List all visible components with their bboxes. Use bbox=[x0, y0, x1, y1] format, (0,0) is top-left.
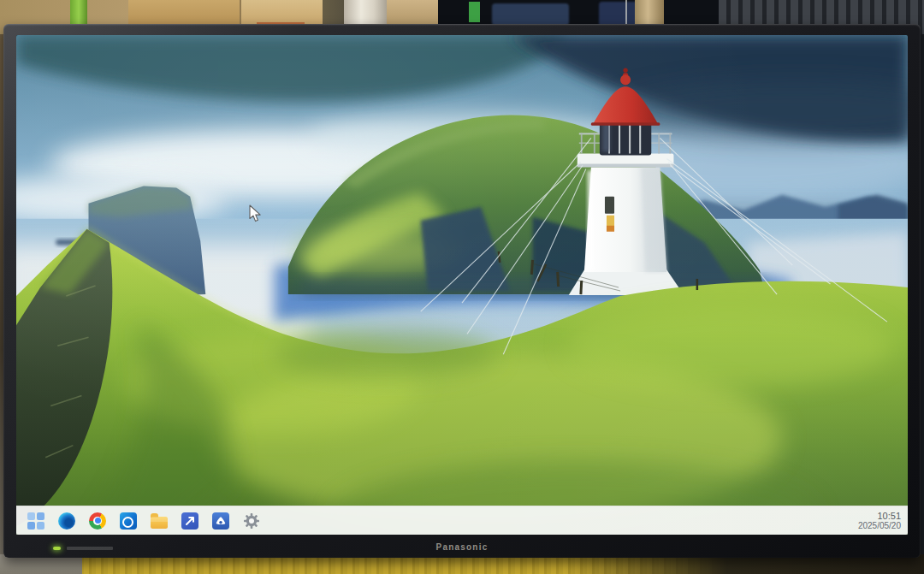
navy-object bbox=[492, 3, 569, 26]
bezel-sticker bbox=[67, 547, 113, 550]
green-object bbox=[469, 2, 480, 22]
remote-arrow-icon bbox=[181, 512, 198, 530]
cloud-app-icon bbox=[212, 512, 229, 530]
edge-icon bbox=[58, 512, 75, 530]
cloud-app-button[interactable] bbox=[211, 512, 230, 530]
tv-screen: 10:51 2025/05/20 bbox=[16, 35, 908, 535]
tv-frame: 10:51 2025/05/20 Panasonic bbox=[3, 24, 921, 558]
folder-icon bbox=[151, 517, 168, 529]
brand-logo: Panasonic bbox=[3, 542, 921, 552]
chrome-button[interactable] bbox=[88, 512, 107, 530]
taskbar: 10:51 2025/05/20 bbox=[16, 506, 908, 535]
taskbar-clock[interactable]: 10:51 2025/05/20 bbox=[858, 511, 901, 531]
clock-date: 2025/05/20 bbox=[858, 521, 901, 531]
remote-app-button[interactable] bbox=[181, 512, 199, 530]
clock-time: 10:51 bbox=[858, 511, 901, 521]
settings-gear-icon bbox=[243, 512, 260, 530]
file-manager-button[interactable] bbox=[150, 512, 169, 530]
wallpaper-image bbox=[16, 35, 908, 535]
outlook-icon bbox=[120, 512, 137, 530]
app-grid-icon bbox=[27, 512, 44, 530]
taskbar-icons bbox=[27, 512, 261, 530]
mouse-cursor bbox=[249, 204, 262, 222]
photo-of-tv: 10:51 2025/05/20 Panasonic bbox=[0, 0, 924, 574]
chrome-icon bbox=[89, 512, 106, 530]
power-led bbox=[53, 547, 61, 550]
app-launcher-button[interactable] bbox=[27, 512, 45, 530]
settings-button[interactable] bbox=[242, 512, 261, 530]
outlook-button[interactable] bbox=[119, 512, 138, 530]
edge-button[interactable] bbox=[57, 512, 76, 530]
hanging-string bbox=[625, 0, 627, 26]
